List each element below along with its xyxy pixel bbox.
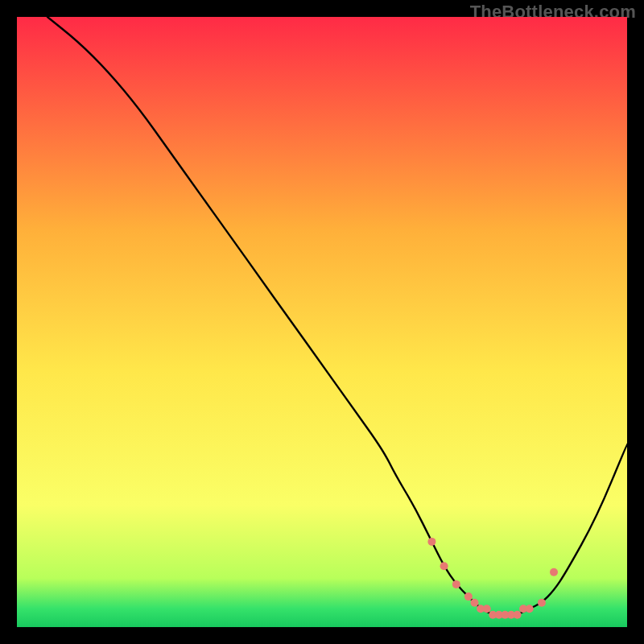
- flat-dot: [526, 605, 534, 613]
- flat-dot: [538, 599, 546, 607]
- flat-dot: [440, 562, 448, 570]
- flat-dot: [514, 611, 522, 619]
- chart-frame: TheBottleneck.com: [0, 0, 644, 644]
- flat-dot: [427, 538, 436, 546]
- flat-dot: [452, 580, 460, 588]
- flat-dot: [471, 599, 479, 607]
- flat-dot: [550, 568, 558, 576]
- gradient-background: [17, 17, 627, 627]
- flat-dot: [464, 592, 473, 601]
- flat-dot: [483, 605, 491, 613]
- bottleneck-chart: [17, 17, 627, 627]
